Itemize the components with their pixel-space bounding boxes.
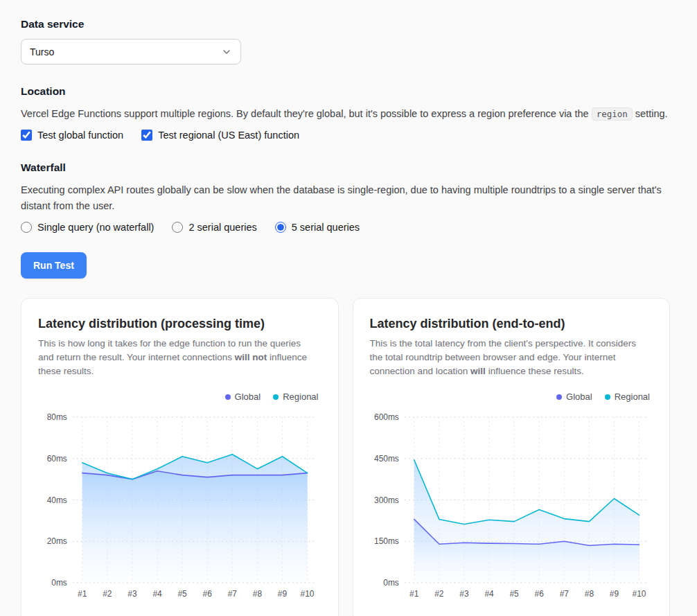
chart-description-processing: This is how long it takes for the edge f… [38, 337, 317, 378]
svg-text:#8: #8 [584, 589, 594, 599]
legend-end-to-end: Global Regional [370, 391, 651, 402]
svg-text:#8: #8 [253, 589, 263, 599]
location-description-post: setting. [633, 108, 668, 119]
radio-5-serial-queries[interactable]: 5 serial queries [275, 222, 360, 233]
svg-text:#5: #5 [509, 589, 519, 599]
chart-title-end-to-end: Latency distribution (end-to-end) [370, 317, 653, 331]
run-test-button[interactable]: Run Test [21, 252, 87, 279]
radio-2-serial-queries-label[interactable]: 2 serial queries [188, 222, 256, 233]
card-end-to-end: Latency distribution (end-to-end) This i… [353, 298, 671, 616]
svg-text:#10: #10 [632, 589, 646, 599]
location-description: Vercel Edge Functions support multiple r… [21, 106, 670, 121]
svg-text:#10: #10 [301, 589, 315, 599]
checkbox-global-function-input[interactable] [21, 130, 32, 141]
legend-dot-global [225, 394, 231, 400]
waterfall-heading: Waterfall [21, 161, 670, 174]
svg-text:300ms: 300ms [374, 495, 399, 505]
legend-item-global: Global [225, 391, 261, 402]
svg-text:#7: #7 [559, 589, 569, 599]
svg-text:80ms: 80ms [47, 412, 67, 422]
location-checkbox-row: Test global function Test regional (US E… [21, 130, 670, 141]
chevron-down-icon [221, 46, 232, 58]
radio-single-query-input[interactable] [21, 222, 32, 233]
svg-text:#9: #9 [609, 589, 619, 599]
radio-5-serial-queries-input[interactable] [275, 222, 286, 233]
chart-description-end-to-end-post: influence these results. [486, 366, 584, 376]
latency-chart-processing: 0ms20ms40ms60ms80ms#1#2#3#4#5#6#7#8#9#10 [38, 410, 321, 602]
radio-5-serial-queries-label[interactable]: 5 serial queries [292, 222, 360, 233]
legend-label-global: Global [235, 391, 261, 402]
svg-text:#6: #6 [534, 589, 544, 599]
svg-text:#1: #1 [409, 589, 419, 599]
region-code-token: region [592, 107, 633, 121]
svg-text:0ms: 0ms [383, 578, 399, 588]
radio-2-serial-queries[interactable]: 2 serial queries [172, 222, 256, 233]
legend-label-regional: Regional [615, 391, 650, 402]
checkbox-regional-function-label[interactable]: Test regional (US East) function [158, 130, 299, 141]
svg-text:60ms: 60ms [47, 454, 67, 464]
radio-single-query-label[interactable]: Single query (no waterfall) [37, 222, 154, 233]
svg-text:#2: #2 [434, 589, 444, 599]
svg-text:150ms: 150ms [374, 536, 399, 546]
svg-text:#4: #4 [484, 589, 494, 599]
latency-chart-end-to-end: 0ms150ms300ms450ms600ms#1#2#3#4#5#6#7#8#… [370, 410, 653, 602]
svg-text:20ms: 20ms [47, 536, 67, 546]
checkbox-global-function[interactable]: Test global function [21, 130, 123, 141]
checkbox-global-function-label[interactable]: Test global function [37, 130, 123, 141]
radio-single-query[interactable]: Single query (no waterfall) [21, 222, 154, 233]
svg-text:#3: #3 [127, 589, 137, 599]
waterfall-description: Executing complex API routes globally ca… [21, 182, 670, 213]
charts-row: Latency distribution (processing time) T… [21, 298, 670, 616]
legend-item-regional: Regional [605, 391, 650, 402]
legend-dot-regional [605, 394, 610, 400]
svg-text:#7: #7 [228, 589, 238, 599]
data-service-heading: Data service [21, 18, 670, 30]
legend-dot-regional [273, 394, 279, 400]
svg-text:0ms: 0ms [51, 578, 67, 588]
chart-description-processing-bold: will not [235, 352, 267, 362]
data-service-select[interactable]: Turso [21, 39, 241, 64]
location-description-pre: Vercel Edge Functions support multiple r… [21, 108, 592, 119]
svg-text:#6: #6 [203, 589, 213, 599]
checkbox-regional-function[interactable]: Test regional (US East) function [141, 130, 299, 141]
page: Data service Turso Location Vercel Edge … [0, 0, 670, 616]
svg-text:#2: #2 [103, 589, 112, 599]
chart-description-end-to-end-bold: will [470, 366, 486, 376]
svg-text:600ms: 600ms [374, 412, 399, 422]
chart-title-processing: Latency distribution (processing time) [38, 317, 321, 331]
legend-label-regional: Regional [283, 391, 318, 402]
radio-2-serial-queries-input[interactable] [172, 222, 183, 233]
svg-text:#4: #4 [152, 589, 162, 599]
svg-text:40ms: 40ms [47, 495, 67, 505]
waterfall-radio-row: Single query (no waterfall) 2 serial que… [21, 222, 670, 233]
data-service-selected-value: Turso [30, 46, 54, 58]
legend-label-global: Global [566, 391, 592, 402]
svg-text:#3: #3 [459, 589, 469, 599]
legend-dot-global [556, 394, 562, 400]
svg-text:450ms: 450ms [374, 454, 399, 464]
svg-text:#5: #5 [177, 589, 187, 599]
svg-text:#9: #9 [278, 589, 288, 599]
card-processing-time: Latency distribution (processing time) T… [21, 298, 339, 616]
chart-description-end-to-end: This is the total latency from the clien… [370, 337, 649, 378]
legend-processing: Global Regional [38, 391, 319, 402]
legend-item-regional: Regional [273, 391, 318, 402]
legend-item-global: Global [556, 391, 592, 402]
checkbox-regional-function-input[interactable] [141, 130, 152, 141]
svg-text:#1: #1 [78, 589, 87, 599]
location-heading: Location [21, 85, 670, 98]
